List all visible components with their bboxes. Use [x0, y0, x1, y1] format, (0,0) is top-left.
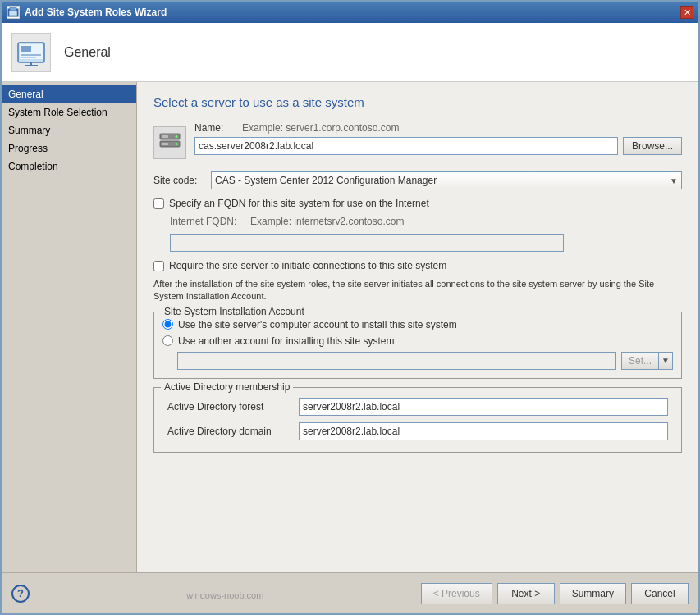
- previous-button[interactable]: < Previous: [421, 583, 492, 604]
- set-button-main[interactable]: Set...: [621, 352, 658, 370]
- fqdn-checkbox[interactable]: [153, 198, 164, 209]
- installation-account-title: Site System Installation Account: [161, 306, 308, 317]
- section-title: Select a server to use as a site system: [153, 95, 682, 109]
- svg-point-12: [176, 135, 178, 138]
- installation-account-group: Site System Installation Account Use the…: [153, 312, 682, 379]
- site-code-value: CAS - System Center 2012 Configuration M…: [215, 175, 437, 186]
- radio2[interactable]: [162, 335, 173, 346]
- name-input-row: Browse...: [194, 137, 682, 155]
- fqdn-label: Internet FQDN:: [170, 216, 244, 227]
- header-area: General: [2, 23, 698, 82]
- sidebar-item-system-role-selection[interactable]: System Role Selection: [2, 103, 136, 121]
- radio2-label: Use another account for installing this …: [178, 335, 394, 347]
- svg-rect-6: [21, 54, 41, 56]
- sidebar-item-progress[interactable]: Progress: [2, 139, 136, 157]
- content-area: General System Role Selection Summary Pr…: [2, 82, 698, 572]
- set-arrow-icon: ▼: [661, 356, 670, 365]
- sidebar: General System Role Selection Summary Pr…: [2, 82, 137, 572]
- site-code-select[interactable]: CAS - System Center 2012 Configuration M…: [211, 171, 682, 189]
- svg-rect-14: [162, 135, 168, 138]
- footer-right: < Previous Next > Summary Cancel: [421, 583, 689, 604]
- watermark: windows-noob.com: [30, 590, 421, 600]
- fqdn-checkbox-label: Specify an FQDN for this site system for…: [169, 198, 429, 209]
- name-label-row: Name: Example: server1.corp.contoso.com: [194, 122, 682, 134]
- sidebar-item-summary[interactable]: Summary: [2, 121, 136, 139]
- svg-rect-7: [21, 57, 36, 58]
- account-input-row: Set... ▼: [177, 352, 673, 370]
- title-bar-icon: [7, 6, 20, 19]
- site-code-label: Site code:: [153, 175, 211, 186]
- site-code-row: Site code: CAS - System Center 2012 Conf…: [153, 171, 682, 189]
- footer-left: ?: [11, 585, 30, 603]
- radio2-row: Use another account for installing this …: [162, 335, 673, 347]
- set-button-split: Set... ▼: [621, 352, 673, 370]
- footer: ? windows-noob.com < Previous Next > Sum…: [2, 572, 698, 613]
- ad-domain-input[interactable]: [299, 422, 668, 440]
- ad-forest-label: Active Directory forest: [162, 394, 294, 419]
- ad-forest-row: Active Directory forest: [162, 394, 673, 419]
- ad-group-title: Active Directory membership: [161, 381, 293, 393]
- info-text: After the installation of the site syste…: [153, 278, 682, 303]
- ad-domain-label: Active Directory domain: [162, 419, 294, 444]
- main-content: Select a server to use as a site system: [137, 82, 698, 572]
- site-code-arrow: ▼: [670, 176, 678, 185]
- radio1[interactable]: [162, 319, 173, 330]
- name-example: Example: server1.corp.contoso.com: [242, 122, 399, 134]
- close-button[interactable]: ✕: [680, 6, 693, 19]
- server-icon: [153, 126, 186, 159]
- svg-rect-5: [21, 46, 31, 52]
- fqdn-checkbox-row: Specify an FQDN for this site system for…: [153, 198, 682, 209]
- summary-button[interactable]: Summary: [560, 583, 626, 604]
- header-icon: [11, 33, 51, 72]
- fqdn-label-row: Internet FQDN: Example: internetsrv2.con…: [170, 216, 682, 227]
- svg-rect-15: [162, 143, 168, 145]
- set-button-arrow[interactable]: ▼: [658, 352, 673, 370]
- fqdn-input[interactable]: [170, 234, 564, 252]
- header-title: General: [64, 45, 111, 60]
- require-checkbox-label: Require the site server to initiate conn…: [169, 260, 446, 271]
- sidebar-item-general[interactable]: General: [2, 85, 136, 103]
- ad-table: Active Directory forest Active Directory…: [162, 394, 673, 444]
- ad-domain-row: Active Directory domain: [162, 419, 673, 444]
- next-button[interactable]: Next >: [497, 583, 555, 604]
- title-bar-text: Add Site System Roles Wizard: [25, 7, 680, 18]
- require-checkbox[interactable]: [153, 261, 164, 271]
- ad-forest-input[interactable]: [299, 398, 668, 416]
- svg-rect-9: [25, 65, 38, 66]
- server-row: Name: Example: server1.corp.contoso.com …: [153, 122, 682, 163]
- account-input[interactable]: [177, 352, 616, 370]
- ad-group: Active Directory membership Active Direc…: [153, 387, 682, 453]
- fqdn-example: Example: internetsrv2.contoso.com: [250, 216, 404, 227]
- svg-rect-2: [9, 11, 17, 16]
- name-input[interactable]: [194, 137, 618, 155]
- wizard-window: Add Site System Roles Wizard ✕ General G…: [0, 0, 700, 615]
- browse-button[interactable]: Browse...: [623, 137, 682, 155]
- cancel-button[interactable]: Cancel: [631, 583, 689, 604]
- svg-point-13: [176, 143, 178, 145]
- help-button[interactable]: ?: [11, 585, 30, 603]
- sidebar-item-completion[interactable]: Completion: [2, 157, 136, 175]
- title-bar: Add Site System Roles Wizard ✕: [2, 2, 698, 23]
- name-label: Name:: [194, 122, 236, 134]
- require-checkbox-row: Require the site server to initiate conn…: [153, 260, 682, 271]
- radio1-row: Use the site server's computer account t…: [162, 319, 673, 330]
- radio1-label: Use the site server's computer account t…: [178, 319, 457, 330]
